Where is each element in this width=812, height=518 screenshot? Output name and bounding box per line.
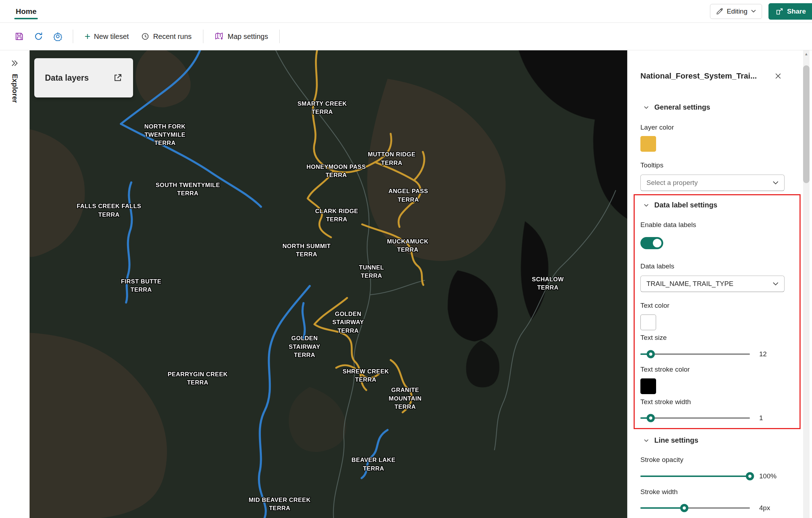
map-canvas[interactable]: SMARTY CREEKTERRANORTH FORKTWENTYMILETER…: [30, 50, 627, 518]
stroke-opacity-slider-row: 100%: [640, 472, 785, 481]
refresh-button[interactable]: [30, 28, 47, 45]
stroke-opacity-label: Stroke opacity: [640, 456, 785, 464]
scrollbar-up-arrow[interactable]: ▲: [803, 52, 810, 56]
svg-text:TERRA: TERRA: [131, 286, 152, 293]
chevron-down-icon: [643, 104, 649, 110]
svg-text:TERRA: TERRA: [397, 246, 418, 253]
svg-text:TERRA: TERRA: [98, 211, 120, 218]
slider-thumb[interactable]: [647, 414, 655, 422]
svg-text:SHREW CREEK: SHREW CREEK: [342, 368, 389, 375]
text-stroke-color-label: Text stroke color: [640, 366, 785, 373]
svg-text:TERRA: TERRA: [537, 284, 559, 291]
close-panel-button[interactable]: [772, 70, 785, 82]
svg-text:STAIRWAY: STAIRWAY: [289, 343, 320, 350]
data-labels-dropdown[interactable]: TRAIL_NAME, TRAIL_TYPE: [640, 276, 785, 292]
map-render: SMARTY CREEKTERRANORTH FORKTWENTYMILETER…: [30, 50, 627, 518]
text-stroke-width-label: Text stroke width: [640, 398, 785, 406]
map-settings-label: Map settings: [228, 32, 268, 41]
svg-text:NORTH SUMMIT: NORTH SUMMIT: [283, 243, 331, 250]
refresh-icon: [34, 32, 43, 41]
svg-text:TERRA: TERRA: [381, 160, 402, 166]
svg-text:TERRA: TERRA: [187, 379, 208, 386]
slider-thumb[interactable]: [746, 472, 754, 481]
svg-text:TERRA: TERRA: [355, 376, 376, 383]
line-settings-label: Line settings: [654, 436, 698, 444]
text-color-swatch[interactable]: [640, 315, 656, 330]
svg-text:FALLS CREEK FALLS: FALLS CREEK FALLS: [77, 203, 141, 210]
svg-text:GOLDEN: GOLDEN: [335, 311, 361, 317]
open-in-panel-icon: [113, 73, 122, 82]
recent-runs-icon: [141, 32, 149, 41]
svg-text:FIRST BUTTE: FIRST BUTTE: [121, 278, 161, 285]
editing-mode-button[interactable]: Editing: [710, 4, 762, 19]
scrollbar-thumb[interactable]: [803, 65, 810, 183]
new-tileset-button[interactable]: + New tileset: [80, 28, 134, 45]
chevron-down-icon: [751, 10, 756, 13]
svg-text:TERRA: TERRA: [338, 327, 359, 334]
svg-text:SMARTY CREEK: SMARTY CREEK: [298, 100, 347, 107]
stroke-opacity-value: 100%: [759, 472, 777, 480]
svg-text:MOUNTAIN: MOUNTAIN: [389, 395, 422, 402]
map-settings-button[interactable]: Map settings: [210, 28, 273, 45]
share-button[interactable]: Share: [768, 3, 812, 20]
expand-panel-icon: [10, 59, 19, 67]
svg-text:TERRA: TERRA: [311, 109, 333, 115]
explorer-label: Explorer: [11, 74, 19, 103]
layer-settings-panel: National_Forest_System_Trai... General s…: [627, 50, 801, 518]
text-color-label: Text color: [640, 302, 785, 310]
save-icon: [15, 32, 24, 41]
slider-thumb[interactable]: [647, 350, 655, 358]
svg-text:NORTH FORK: NORTH FORK: [144, 123, 186, 130]
svg-text:HONEYMOON PASS: HONEYMOON PASS: [306, 164, 366, 170]
settings-button[interactable]: [49, 28, 66, 45]
topbar-actions: Editing Share: [710, 3, 812, 20]
recent-runs-button[interactable]: Recent runs: [136, 28, 197, 45]
panel-title: National_Forest_System_Trai...: [640, 71, 757, 81]
text-stroke-color-swatch[interactable]: [640, 378, 656, 394]
svg-text:PEARRYGIN CREEK: PEARRYGIN CREEK: [168, 371, 228, 378]
scrollbar[interactable]: ▲: [801, 50, 812, 518]
tooltips-dropdown[interactable]: Select a property: [640, 175, 785, 191]
text-stroke-width-slider[interactable]: [640, 417, 750, 419]
general-settings-header[interactable]: General settings: [640, 103, 785, 111]
data-labels-dropdown-value: TRAIL_NAME, TRAIL_TYPE: [646, 280, 734, 288]
toggle-knob: [653, 239, 661, 247]
svg-text:TWENTYMILE: TWENTYMILE: [144, 131, 186, 138]
save-button[interactable]: [11, 28, 28, 45]
svg-text:BEAVER LAKE: BEAVER LAKE: [351, 457, 395, 463]
enable-data-labels-toggle[interactable]: [640, 237, 663, 249]
stroke-opacity-slider[interactable]: [640, 476, 750, 477]
svg-text:TUNNEL: TUNNEL: [359, 264, 384, 271]
svg-text:TERRA: TERRA: [398, 196, 419, 203]
layer-color-label: Layer color: [640, 124, 785, 131]
svg-text:TERRA: TERRA: [177, 190, 199, 197]
text-size-slider[interactable]: [640, 353, 750, 355]
line-settings-header[interactable]: Line settings: [640, 436, 785, 444]
active-tab-underline: [14, 18, 38, 19]
svg-text:TERRA: TERRA: [395, 403, 416, 410]
data-layers-button[interactable]: Data layers: [34, 58, 133, 97]
svg-text:STAIRWAY: STAIRWAY: [332, 319, 364, 326]
toolbar-divider: [73, 30, 73, 43]
svg-text:TERRA: TERRA: [363, 465, 384, 472]
map-settings-icon: [215, 32, 224, 41]
stroke-width-value: 4px: [759, 504, 770, 512]
chevron-down-icon: [643, 202, 649, 208]
stroke-width-slider-row: 4px: [640, 504, 785, 512]
svg-text:MUCKAMUCK: MUCKAMUCK: [387, 238, 428, 245]
editing-mode-label: Editing: [727, 7, 747, 15]
stroke-width-slider[interactable]: [640, 507, 750, 509]
plus-icon: +: [85, 31, 90, 41]
data-label-settings-header[interactable]: Data label settings: [640, 201, 785, 209]
toolbar: + New tileset Recent runs Map settings: [0, 23, 812, 50]
data-labels-field-label: Data labels: [640, 262, 785, 270]
share-icon: [776, 7, 783, 15]
layer-color-swatch[interactable]: [640, 136, 656, 152]
share-label: Share: [787, 7, 806, 15]
svg-text:TERRA: TERRA: [269, 505, 290, 512]
svg-text:TERRA: TERRA: [154, 140, 176, 146]
tab-home[interactable]: Home: [13, 1, 39, 21]
slider-thumb[interactable]: [680, 504, 688, 512]
svg-text:TERRA: TERRA: [326, 216, 347, 223]
explorer-panel-collapsed[interactable]: Explorer: [0, 50, 30, 518]
